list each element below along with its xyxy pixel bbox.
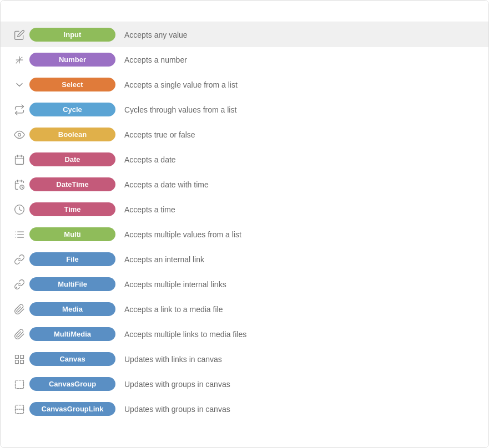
badge-datetime: DateTime <box>29 177 115 191</box>
svg-point-3 <box>18 133 21 136</box>
badge-media: Media <box>29 302 115 316</box>
cycle-icon <box>9 104 29 115</box>
link-icon <box>9 254 29 265</box>
desc-boolean: Accepts true or false <box>124 130 195 139</box>
desc-multifile: Accepts multiple internal links <box>124 280 226 289</box>
badge-multi: Multi <box>29 227 115 241</box>
list-item-select[interactable]: SelectAccepts a single value from a list <box>1 72 488 97</box>
list-item-input[interactable]: InputAccepts any value <box>1 22 488 47</box>
list-item-file[interactable]: FileAccepts an internal link <box>1 247 488 272</box>
badge-file: File <box>29 252 115 266</box>
list-item-boolean[interactable]: BooleanAccepts true or false <box>1 122 488 147</box>
badge-multimedia: MultiMedia <box>29 327 115 341</box>
list-item-cycle[interactable]: CycleCycles through values from a list <box>1 97 488 122</box>
list-item-multi[interactable]: MultiAccepts multiple values from a list <box>1 222 488 247</box>
svg-rect-23 <box>21 360 24 363</box>
edit-icon <box>9 29 29 40</box>
search-bar[interactable] <box>1 1 488 22</box>
plus-minus-icon <box>9 54 29 65</box>
link2-icon <box>9 279 29 290</box>
chevron-down-icon <box>9 79 29 90</box>
svg-line-19 <box>16 287 17 288</box>
desc-cycle: Cycles through values from a list <box>124 105 236 114</box>
clock-icon <box>9 204 29 215</box>
calendar-clock-icon <box>9 179 29 190</box>
desc-multimedia: Accepts multiple links to media files <box>124 330 246 339</box>
list-item-multimedia[interactable]: MultiMediaAccepts multiple links to medi… <box>1 322 488 347</box>
list-item-datetime[interactable]: DateTimeAccepts a date with time <box>1 172 488 197</box>
badge-number: Number <box>29 53 115 67</box>
badge-time: Time <box>29 202 115 216</box>
badge-cycle: Cycle <box>29 103 115 116</box>
list-item-multifile[interactable]: MultiFileAccepts multiple internal links <box>1 272 488 297</box>
desc-time: Accepts a time <box>124 205 175 214</box>
type-list: InputAccepts any valueNumberAccepts a nu… <box>1 22 488 421</box>
list-item-canvasgrouplink[interactable]: CanvasGroupLinkUpdates with groups in ca… <box>1 396 488 421</box>
dashed-rect-icon <box>9 379 29 390</box>
list-item-date[interactable]: DateAccepts a date <box>1 147 488 172</box>
desc-datetime: Accepts a date with time <box>124 180 209 189</box>
svg-rect-21 <box>21 355 24 358</box>
badge-canvasgrouplink: CanvasGroupLink <box>29 402 115 416</box>
badge-canvas: Canvas <box>29 352 115 366</box>
list-item-time[interactable]: TimeAccepts a time <box>1 197 488 222</box>
dashed-rect2-icon <box>9 404 29 415</box>
badge-input: Input <box>29 28 115 42</box>
desc-multi: Accepts multiple values from a list <box>124 230 241 239</box>
badge-date: Date <box>29 152 115 166</box>
badge-multifile: MultiFile <box>29 277 115 291</box>
badge-select: Select <box>29 78 115 91</box>
list-item-canvas[interactable]: CanvasUpdates with links in canvas <box>1 347 488 371</box>
grid-icon <box>9 354 29 365</box>
desc-media: Accepts a link to a media file <box>124 305 223 314</box>
calendar-icon <box>9 154 29 165</box>
paperclip-icon <box>9 304 29 315</box>
list-item-media[interactable]: MediaAccepts a link to a media file <box>1 297 488 322</box>
search-input[interactable] <box>9 7 480 16</box>
badge-boolean: Boolean <box>29 128 115 141</box>
svg-rect-24 <box>16 380 24 388</box>
paperclip2-icon <box>9 329 29 340</box>
desc-number: Accepts a number <box>124 55 187 64</box>
desc-file: Accepts an internal link <box>124 255 204 264</box>
badge-canvasgroup: CanvasGroup <box>29 377 115 391</box>
desc-canvas: Updates with links in canvas <box>124 355 222 364</box>
main-container: InputAccepts any valueNumberAccepts a nu… <box>0 0 489 448</box>
list-icon <box>9 229 29 240</box>
desc-canvasgroup: Updates with groups in canvas <box>124 380 230 389</box>
desc-input: Accepts any value <box>124 30 188 39</box>
list-item-canvasgroup[interactable]: CanvasGroupUpdates with groups in canvas <box>1 371 488 396</box>
desc-date: Accepts a date <box>124 155 176 164</box>
svg-rect-4 <box>16 156 24 164</box>
svg-rect-22 <box>16 360 19 363</box>
eye-icon <box>9 129 29 140</box>
desc-select: Accepts a single value from a list <box>124 80 238 89</box>
svg-rect-20 <box>16 355 19 358</box>
list-item-number[interactable]: NumberAccepts a number <box>1 47 488 72</box>
desc-canvasgrouplink: Updates with groups in canvas <box>124 405 230 414</box>
